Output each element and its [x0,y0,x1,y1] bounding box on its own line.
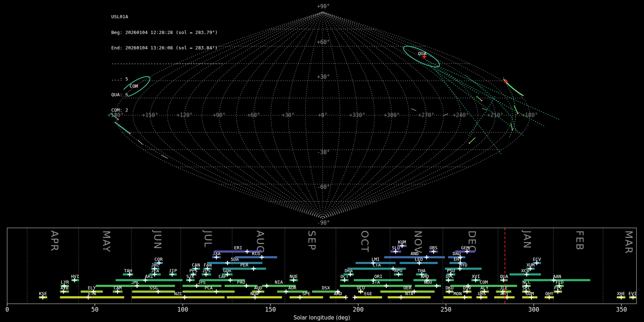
sky-map-and-activity-plot: +180°+150°+120°+90°+60°+30°+0°+330°+300°… [0,0,644,322]
axis-tick-label: 50 [91,306,98,313]
shower-code-label: PER [240,262,249,268]
shower-code-label: LEO [415,257,423,262]
shower-code-label: SCC [522,285,531,291]
latitude-label: +30° [317,74,330,80]
shower-XCB: XCB [509,268,541,277]
shower-code-label: LYR [61,279,69,285]
x-axis: 050100150200250300350Solar longitude (de… [5,304,627,321]
axis-title: Solar longitude (deg) [293,314,350,321]
shower-code-label: JIP [169,268,177,273]
activity-timeline: APRMAYJUNJULAUGSEPOCTNOVDECJANFEBMARKSEL… [5,228,636,321]
shower-code-label: PAU [237,279,245,285]
shower-code-label: LMI [371,257,380,262]
shower-code-label: ELY [88,285,96,291]
shower-code-label: AUR [288,285,297,291]
info-panel: USL01A Beg: 20260104 12:28:28 (sol = 283… [111,4,223,123]
axis-tick-label: 0 [5,306,9,313]
meteor-streak [411,109,416,111]
month-label-MAR: MAR [623,230,634,254]
longitude-label: +60° [247,112,260,118]
shower-code-label: OER [404,285,412,291]
activity-bar [116,279,182,281]
shower-KSE: KSE [39,291,47,299]
meteor-endpoint-dot [469,142,470,144]
activity-bar [449,262,466,264]
shower-FED: FED [555,279,564,288]
shower-CAN: CAN [192,262,200,271]
shower-code-label: AUD [254,285,262,291]
longitude-label: +270° [418,112,434,118]
activity-bar [60,296,125,298]
latitude-label: -30° [317,149,330,156]
meteor-trail-dotted [426,61,560,120]
longitude-label: +0° [318,112,327,118]
shower-XVI: XVI [472,274,480,282]
activity-bar [182,291,235,293]
shower-JIP: JIP [169,268,177,277]
shower-AVB: AVB [60,285,69,294]
shower-RPU: RPU [394,268,403,277]
activity-bar [330,296,346,298]
activity-bar [207,262,263,264]
shower-code-label: QUA [500,274,508,279]
com-count: COM: 2 [111,108,223,113]
meteor-streak [469,138,475,143]
shower-THA: THA [416,268,427,277]
end-time-line: End: 20260104 13:26:08 (sol = 283.84°) [111,45,223,51]
meteor-streak [477,96,482,101]
shower-code-label: ECV [533,257,541,262]
shower-ORS: ORS [429,245,438,254]
shower-code-label: AND [410,251,419,256]
shower-code-label: PCA [205,285,213,291]
shower-code-label: KCG [252,251,260,256]
sporadic-count: ...: 5 [111,77,223,82]
activity-bar [223,268,266,270]
radiant-ellipse-QUA [401,42,442,70]
shower-code-label: ARD [334,291,342,296]
shower-code-label: KSE [39,291,47,296]
month-label-JUL: JUL [203,230,214,248]
shower-code-label: COR [155,257,163,262]
meteor-streak [482,108,487,110]
shower-code-label: GEM [461,245,469,250]
month-label-APR: APR [49,230,60,252]
activity-bar [494,296,514,298]
shower-code-label: EGE [364,291,372,296]
shower-EGE: EGE [352,291,382,299]
activity-bar [235,256,277,258]
shower-code-label: THA [418,268,426,273]
meteor-streak [511,123,512,130]
shower-code-label: AAN [553,274,561,279]
shower-code-label: ORS [429,245,438,250]
shower-code-label: GUM [526,291,534,296]
activity-bar [132,296,225,298]
axis-tick-label: 150 [265,306,276,313]
shower-COR: COR [154,257,163,265]
radiant-label-QUA: QUA [418,51,426,56]
shower-code-label: FED [556,279,564,285]
longitude-label: +300° [384,112,400,118]
longitude-label: +180° [522,112,538,118]
shower-code-label: RPU [394,268,402,273]
shower-code-label: NOO [424,279,432,285]
meteor-trail-dotted [431,67,523,135]
shower-code-label: PSU [447,268,455,273]
meteor-streak [138,140,142,144]
shower-KUM: KUM [397,239,407,248]
month-label-AUG: AUG [255,230,266,254]
shower-HVI: HVI [71,274,79,282]
latitude-label: -60° [317,184,330,190]
latitude-label: +60° [317,39,330,45]
meteor-trail-dotted [118,125,143,145]
shower-TAH: TAH [123,268,133,277]
shower-XHE: XHE [617,291,625,299]
shower-PSU: PSU [447,268,455,277]
longitude-label: +210° [487,112,503,118]
latitude-label: +90° [317,3,330,10]
station-id: USL01A [111,14,223,20]
activity-bar [356,262,396,264]
shower-code-label: JLE [499,285,508,291]
longitude-label: +30° [282,112,294,118]
shower-code-label: NZC [174,291,182,296]
month-label-JUN: JUN [152,230,163,250]
